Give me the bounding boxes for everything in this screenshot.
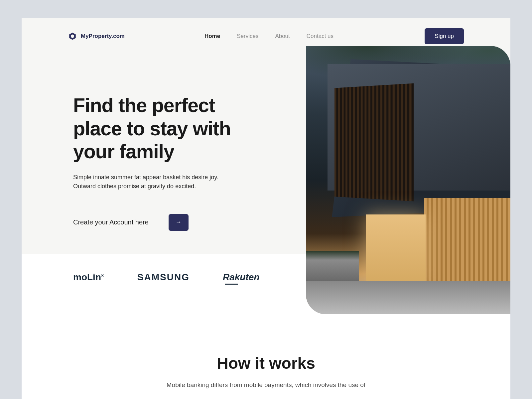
nav-contact[interactable]: Contact us <box>307 33 333 40</box>
main-nav: Home Services About Contact us <box>204 33 333 40</box>
arrow-right-icon: → <box>176 219 182 226</box>
signup-button[interactable]: Sign up <box>425 28 464 44</box>
hero-subtitle: Simple innate summer fat appear basket h… <box>73 173 219 191</box>
how-title: How it works <box>22 354 510 372</box>
brand-logo[interactable]: MyProperty.com <box>68 32 125 41</box>
how-subtitle: Mobile banking differs from mobile payme… <box>160 380 372 390</box>
cta-text: Create your Account here <box>73 218 149 226</box>
cta-arrow-button[interactable]: → <box>169 214 189 231</box>
partner-samsung: SAMSUNG <box>137 272 190 283</box>
hero-title: Find the perfect place to stay with your… <box>73 94 231 164</box>
header: MyProperty.com Home Services About Conta… <box>22 18 510 44</box>
hexagon-icon <box>68 32 77 41</box>
brand-name: MyProperty.com <box>81 33 125 40</box>
nav-about[interactable]: About <box>275 33 290 40</box>
nav-home[interactable]: Home <box>204 33 220 40</box>
partner-molin: moLin® <box>73 272 104 283</box>
how-it-works-section: How it works Mobile banking differs from… <box>22 301 510 399</box>
hero-image <box>306 46 510 314</box>
partner-rakuten: Rakuten <box>223 272 259 283</box>
nav-services[interactable]: Services <box>237 33 258 40</box>
